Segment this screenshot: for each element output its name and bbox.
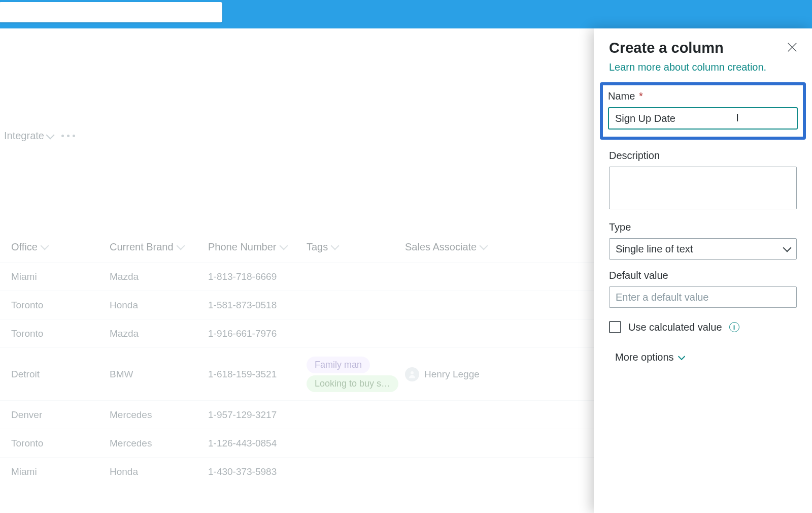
person-chip[interactable]: Henry Legge <box>405 367 498 381</box>
integrate-menu[interactable]: Integrate <box>4 130 53 142</box>
column-label: Phone Number <box>208 241 277 253</box>
panel-title: Create a column <box>609 40 797 56</box>
column-header-tags[interactable]: Tags <box>307 241 405 253</box>
chevron-down-icon <box>331 242 340 250</box>
cell-phone: 1-813-718-6669 <box>208 271 307 282</box>
column-header-phone[interactable]: Phone Number <box>208 241 307 253</box>
type-selected-value: Single line of text <box>616 243 693 255</box>
type-select[interactable]: Single line of text <box>609 238 797 260</box>
cell-brand: Mercedes <box>110 409 208 421</box>
cell-brand: Mercedes <box>110 438 208 449</box>
tag-pill[interactable]: Family man <box>307 357 370 373</box>
chevron-down-icon <box>480 242 488 250</box>
chevron-down-icon <box>678 352 685 360</box>
column-header-associate[interactable]: Sales Associate <box>405 241 503 253</box>
column-header-office[interactable]: Office <box>11 241 110 253</box>
cell-office: Miami <box>11 271 110 282</box>
description-input[interactable] <box>609 167 797 209</box>
cell-office: Detroit <box>11 369 110 380</box>
close-button[interactable] <box>787 42 798 55</box>
cell-brand: BMW <box>110 369 208 380</box>
command-bar: Integrate <box>0 130 75 142</box>
search-input[interactable] <box>0 2 222 22</box>
create-column-panel: Create a column Learn more about column … <box>594 28 812 513</box>
name-input[interactable] <box>608 107 798 130</box>
cell-office: Toronto <box>11 300 110 311</box>
column-label: Sales Associate <box>405 241 477 253</box>
cell-office: Denver <box>11 409 110 421</box>
chevron-down-icon <box>783 244 792 252</box>
associate-name: Henry Legge <box>424 369 480 380</box>
chevron-down-icon <box>40 242 49 250</box>
name-label: Name * <box>608 90 798 102</box>
cell-brand: Honda <box>110 466 208 477</box>
more-options-toggle[interactable]: More options <box>609 351 797 363</box>
cell-office: Toronto <box>11 328 110 339</box>
cell-phone: 1-618-159-3521 <box>208 369 307 380</box>
type-label: Type <box>609 221 797 233</box>
cell-associate: Henry Legge <box>405 367 503 381</box>
info-icon[interactable]: i <box>729 322 739 332</box>
cell-phone: 1-430-373-5983 <box>208 466 307 477</box>
avatar-icon <box>405 367 419 381</box>
cell-phone: 1-581-873-0518 <box>208 300 307 311</box>
cell-office: Miami <box>11 466 110 477</box>
default-value-label: Default value <box>609 270 797 281</box>
chevron-down-icon <box>46 131 54 139</box>
cell-phone: 1-957-129-3217 <box>208 409 307 421</box>
top-bar <box>0 0 812 28</box>
svg-point-0 <box>411 371 414 374</box>
required-asterisk: * <box>636 90 642 102</box>
description-label: Description <box>609 150 797 162</box>
calculated-value-row: Use calculated value i <box>609 321 797 333</box>
cell-phone: 1-126-443-0854 <box>208 438 307 449</box>
column-label: Tags <box>307 241 328 253</box>
more-options-label: More options <box>615 351 674 363</box>
tag-pill[interactable]: Looking to buy s… <box>307 375 398 392</box>
chevron-down-icon <box>279 242 288 250</box>
label-text: Name <box>608 90 635 102</box>
column-label: Current Brand <box>110 241 174 253</box>
close-icon <box>787 42 798 53</box>
cell-brand: Mazda <box>110 271 208 282</box>
cell-brand: Honda <box>110 300 208 311</box>
cell-phone: 1-916-661-7976 <box>208 328 307 339</box>
cell-tags: Family manLooking to buy s… <box>307 356 405 393</box>
cell-office: Toronto <box>11 438 110 449</box>
integrate-label: Integrate <box>4 130 44 142</box>
column-label: Office <box>11 241 38 253</box>
default-value-input[interactable] <box>609 286 797 308</box>
more-actions-button[interactable] <box>61 135 75 137</box>
calculated-value-checkbox[interactable] <box>609 321 621 333</box>
column-header-brand[interactable]: Current Brand <box>110 241 208 253</box>
learn-more-link[interactable]: Learn more about column creation. <box>609 61 766 73</box>
name-highlight-box: Name * I <box>600 82 806 140</box>
main-area: Integrate Office Current Brand Phone Num… <box>0 28 812 513</box>
chevron-down-icon <box>176 242 185 250</box>
cell-brand: Mazda <box>110 328 208 339</box>
calculated-value-label: Use calculated value <box>628 322 722 333</box>
